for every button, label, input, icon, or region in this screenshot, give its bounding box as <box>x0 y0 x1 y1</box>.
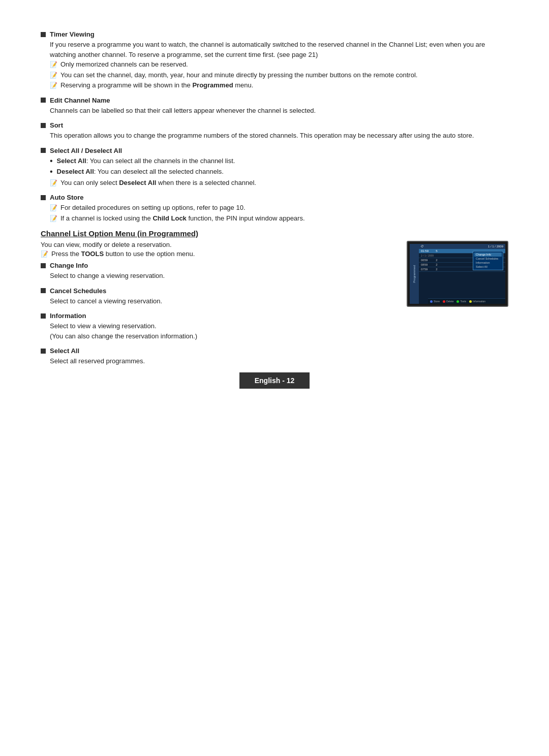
section-select-all: Select All / Deselect All • Select All: … <box>41 147 508 188</box>
channel-list-intro: You can view, modify or delete a reserva… <box>41 241 391 248</box>
body-paragraph: Select to view a viewing reservation. <box>50 321 391 331</box>
note-icon: 📝 <box>50 203 57 212</box>
tv-footer-dot-info <box>469 300 472 303</box>
section-bullet-icon <box>41 313 46 319</box>
section-body: If you reserve a programme you want to w… <box>50 40 508 90</box>
note-line: 📝 For detailed procedures on setting up … <box>50 203 508 213</box>
body-paragraph: Select to change a viewing reservation. <box>50 271 391 281</box>
body-paragraph-2: (You can also change the reservation inf… <box>50 331 391 341</box>
note-line: 📝 Only memorized channels can be reserve… <box>50 59 508 70</box>
tv-main: ⏱ 1 / 1 / 2009 01:59 5 2 / 1 / 2009 <box>419 244 505 304</box>
bullet-line: • Deselect All: You can deselect all the… <box>50 167 508 177</box>
note-icon: 📝 <box>50 81 57 90</box>
note-line: 📝 You can set the channel, day, month, y… <box>50 70 508 80</box>
tv-menu-item-change-info: Change Info <box>474 253 502 257</box>
note-icon: 📝 <box>50 71 57 80</box>
section-bullet-icon <box>41 148 46 153</box>
section-body: • Select All: You can select all the cha… <box>50 156 508 188</box>
section-header: Auto Store <box>41 194 508 201</box>
section-timer-viewing: Timer Viewing If you reserve a programme… <box>41 30 508 90</box>
tv-screenshot-container: Programmed ⏱ 1 / 1 / 2009 01:59 5 <box>407 241 508 372</box>
subsection-header: Information <box>41 312 391 320</box>
section-body: 📝 For detailed procedures on setting up … <box>50 203 508 223</box>
tv-footer-delete: Delete <box>443 300 453 303</box>
bullet-text: Deselect All: You can deselect all the s… <box>57 167 224 177</box>
note-icon: 📝 <box>50 214 57 223</box>
tv-row-ch: 2 <box>434 268 440 271</box>
tv-row-ch: 5 <box>434 249 440 253</box>
tv-row-ch: 2 <box>434 263 440 266</box>
section-body: Channels can be labelled so that their c… <box>50 106 508 116</box>
tv-header-date: 1 / 1 / 2009 <box>488 245 503 248</box>
bullet-icon: • <box>50 156 53 166</box>
subsection-header: Cancel Schedules <box>41 287 391 295</box>
bullet-text: Select All: You can select all the chann… <box>57 156 235 166</box>
note-line: 📝 Reserving a programme will be shown in… <box>50 80 508 90</box>
page-content: Timer Viewing If you reserve a programme… <box>0 0 549 409</box>
note-text: If a channel is locked using the Child L… <box>60 213 305 224</box>
subsection-select-all: Select All Select all reserved programme… <box>41 347 391 366</box>
section-body: This operation allows you to change the … <box>50 131 508 141</box>
section-channel-list: Channel List Option Menu (in Programmed)… <box>41 229 508 372</box>
subsection-information: Information Select to view a viewing res… <box>41 312 391 341</box>
subsection-header: Change Info <box>41 262 391 269</box>
tv-row-ch: 2 <box>434 259 440 262</box>
subsection-body: Select to cancel a viewing reservation. <box>50 296 391 306</box>
subsection-change-info: Change Info Select to change a viewing r… <box>41 262 391 281</box>
tv-sidebar-label: Programmed <box>413 265 416 283</box>
tv-footer-dot-store <box>430 300 433 303</box>
section-header: Timer Viewing <box>41 30 508 38</box>
channel-list-text: You can view, modify or delete a reserva… <box>41 241 391 372</box>
tv-footer-dot-tools <box>456 300 459 303</box>
bullet-line: • Select All: You can select all the cha… <box>50 156 508 166</box>
note-text: For detailed procedures on setting up op… <box>60 203 246 213</box>
tv-footer-store: Store <box>430 300 440 303</box>
page-number-label: English - 12 <box>255 376 295 385</box>
tools-note: 📝 Press the TOOLS button to use the opti… <box>41 250 391 258</box>
note-text: Press the TOOLS button to use the option… <box>51 250 195 258</box>
body-paragraph: Select to cancel a viewing reservation. <box>50 296 391 306</box>
note-icon: 📝 <box>50 60 57 69</box>
section-header: Sort <box>41 121 508 129</box>
tv-row-time: 0859 <box>421 263 434 266</box>
tv-footer-label-delete: Delete <box>446 300 453 303</box>
section-bullet-icon <box>41 98 46 103</box>
section-title: Auto Store <box>50 194 83 201</box>
subsection-title: Change Info <box>50 262 88 269</box>
subsection-title: Cancel Schedules <box>50 287 106 295</box>
section-header: Edit Channel Name <box>41 97 508 104</box>
subsection-title: Information <box>50 312 86 320</box>
tv-context-menu: Change Info Cancel Schedules Information… <box>473 251 503 270</box>
tv-sidebar: Programmed <box>410 244 419 304</box>
bullet-icon: • <box>50 167 53 176</box>
tv-menu-item-select-all: Select All <box>474 265 502 269</box>
tv-footer-dot-delete <box>443 300 445 303</box>
tv-row-time: 01:59 <box>421 249 434 253</box>
body-paragraph: If you reserve a programme you want to w… <box>50 40 508 59</box>
note-icon: 📝 <box>50 178 57 187</box>
page-footer: English - 12 <box>0 372 549 389</box>
note-text: You can only select Deselect All when th… <box>60 178 256 188</box>
section-bullet-icon <box>41 195 46 200</box>
section-auto-store: Auto Store 📝 For detailed procedures on … <box>41 194 508 223</box>
section-sort: Sort This operation allows you to change… <box>41 121 508 141</box>
subsection-body: Select to view a viewing reservation. (Y… <box>50 321 391 341</box>
channel-list-heading: Channel List Option Menu (in Programmed) <box>41 229 508 238</box>
tv-footer-label-info: Information <box>473 300 485 303</box>
note-text: Reserving a programme will be shown in t… <box>60 80 253 90</box>
note-icon: 📝 <box>41 250 48 258</box>
page-number-box: English - 12 <box>239 372 310 389</box>
section-bullet-icon <box>41 288 46 293</box>
section-bullet-icon <box>41 349 46 354</box>
tv-footer: Store Delete Tools <box>428 298 505 304</box>
tv-footer-label-tools: Tools <box>460 300 466 303</box>
tv-row-time: 0759 <box>421 268 434 271</box>
subsection-cancel-schedules: Cancel Schedules Select to cancel a view… <box>41 287 391 306</box>
tv-menu-item-information: Information <box>474 261 502 265</box>
subsection-header: Select All <box>41 347 391 355</box>
section-title: Edit Channel Name <box>50 97 110 104</box>
subsection-body: Select all reserved programmes. <box>50 356 391 366</box>
tv-screenshot: Programmed ⏱ 1 / 1 / 2009 01:59 5 <box>407 241 508 307</box>
note-line: 📝 You can only select Deselect All when … <box>50 178 508 188</box>
tv-header: ⏱ 1 / 1 / 2009 <box>419 244 505 249</box>
